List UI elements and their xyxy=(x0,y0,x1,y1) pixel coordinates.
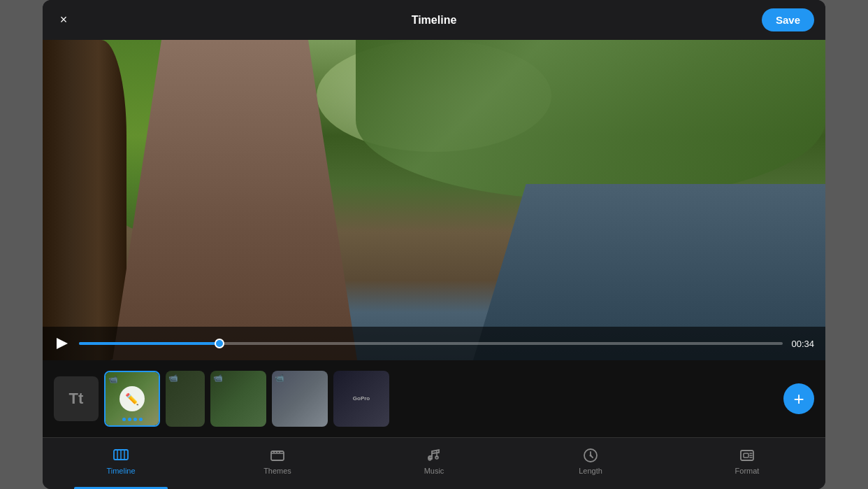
clip-video-badge-4: 📹 xyxy=(275,374,284,383)
music-icon xyxy=(426,447,442,464)
dot-2 xyxy=(128,418,131,421)
save-button[interactable]: Save xyxy=(762,8,814,31)
clip-thumbnail-1: ✏️ 📹 xyxy=(106,372,159,425)
clip-thumbnail-2: 📹 xyxy=(166,371,205,427)
nav-label-timeline: Timeline xyxy=(106,467,135,475)
clip-video-badge-3: 📹 xyxy=(213,374,223,383)
svg-rect-14 xyxy=(744,453,748,458)
nav-item-format[interactable]: Format xyxy=(669,438,825,489)
clip-item-5[interactable]: GoPro xyxy=(333,371,389,427)
app-window: × Timeline Save 00:34 xyxy=(43,0,825,489)
svg-point-6 xyxy=(276,451,277,453)
nav-item-timeline[interactable]: Timeline xyxy=(43,438,199,489)
header: × Timeline Save xyxy=(43,0,825,40)
camera-icon-3: 📹 xyxy=(213,374,223,383)
timeline-icon xyxy=(113,447,129,464)
text-clip-label: Tt xyxy=(69,390,84,408)
bottom-nav: Timeline Themes Music xyxy=(43,437,825,489)
progress-fill xyxy=(79,342,219,345)
nav-label-format: Format xyxy=(735,467,760,475)
video-controls: 00:34 xyxy=(43,327,825,360)
dot-3 xyxy=(133,418,137,421)
text-clip[interactable]: Tt xyxy=(54,376,99,421)
progress-bar[interactable] xyxy=(79,342,783,345)
nav-item-themes[interactable]: Themes xyxy=(199,438,356,489)
nav-label-music: Music xyxy=(424,467,444,475)
themes-icon xyxy=(269,447,286,464)
svg-rect-4 xyxy=(271,451,284,460)
video-area: 00:34 xyxy=(43,40,825,360)
header-title: Timeline xyxy=(412,14,457,27)
foliage-top xyxy=(356,40,825,200)
edit-icon: ✏️ xyxy=(125,392,139,406)
svg-point-5 xyxy=(273,451,275,453)
length-icon xyxy=(582,447,599,464)
camera-icon-4: 📹 xyxy=(275,374,284,383)
dot-4 xyxy=(139,418,143,421)
time-display: 00:34 xyxy=(791,339,814,349)
gopro-label: GoPro xyxy=(353,395,370,402)
edit-circle: ✏️ xyxy=(120,386,145,411)
clip-video-badge-1: 📹 xyxy=(108,375,118,384)
nav-item-music[interactable]: Music xyxy=(356,438,512,489)
progress-knob[interactable] xyxy=(215,339,224,348)
clip-item-1[interactable]: ✏️ 📹 xyxy=(104,371,160,427)
clip-thumbnail-3: 📹 xyxy=(210,371,266,427)
clip-dots xyxy=(106,418,159,421)
video-placeholder xyxy=(43,40,825,360)
svg-point-12 xyxy=(590,454,592,456)
svg-point-7 xyxy=(279,451,280,453)
close-button[interactable]: × xyxy=(54,10,73,30)
clip-item-2[interactable]: 📹 xyxy=(166,371,205,427)
clip-strip: Tt ✏️ 📹 xyxy=(43,360,825,437)
clip-video-badge-2: 📹 xyxy=(168,374,178,383)
scene-background xyxy=(43,40,825,360)
nav-label-length: Length xyxy=(579,467,602,475)
add-clip-button[interactable]: + xyxy=(783,383,814,414)
camera-icon-2: 📹 xyxy=(168,374,178,383)
clip-item-4[interactable]: 📹 xyxy=(272,371,328,427)
tree-trunk xyxy=(43,40,126,360)
camera-icon-1: 📹 xyxy=(108,375,118,384)
clip-thumbnail-4: 📹 xyxy=(272,371,328,427)
nav-item-length[interactable]: Length xyxy=(512,438,669,489)
format-icon xyxy=(739,447,755,464)
clip-item-3[interactable]: 📹 xyxy=(210,371,266,427)
dot-1 xyxy=(122,418,126,421)
play-icon xyxy=(57,338,68,349)
play-button[interactable] xyxy=(54,335,71,352)
nav-label-themes: Themes xyxy=(263,467,291,475)
clip-thumbnail-5: GoPro xyxy=(333,371,389,427)
